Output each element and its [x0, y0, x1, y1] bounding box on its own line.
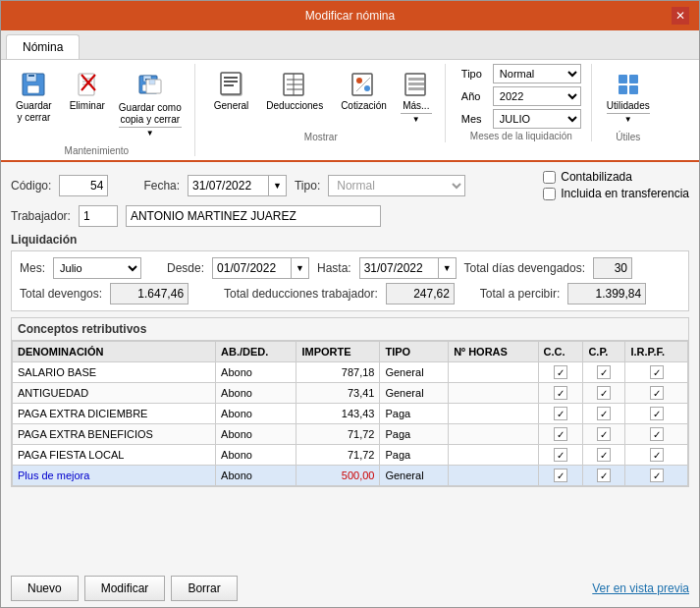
desde-input[interactable]	[212, 257, 291, 279]
transferencia-checkbox[interactable]	[543, 188, 556, 200]
checkbox-cell: ✓	[554, 427, 567, 441]
cell-importe: 500,00	[296, 466, 380, 486]
svg-rect-39	[619, 85, 627, 94]
cell-importe: 73,41	[296, 383, 380, 404]
utiles-group-label: Útiles	[616, 132, 640, 142]
col-ab-ded: AB./DED.	[216, 342, 296, 362]
borrar-button[interactable]: Borrar	[171, 576, 237, 601]
table-row[interactable]: PAGA EXTRA BENEFICIOS Abono 71,72 Paga ✓…	[13, 424, 688, 445]
fecha-label: Fecha:	[143, 179, 180, 193]
svg-point-31	[364, 85, 370, 91]
svg-rect-20	[221, 73, 241, 94]
liquidacion-section: Mes: Julio Desde: ▼ Hasta: ▼ Total días …	[11, 250, 689, 311]
tipo-form-label: Tipo:	[295, 179, 320, 193]
conceptos-section: Conceptos retributivos DENOMINACIÓN AB./…	[11, 317, 689, 487]
svg-rect-34	[408, 78, 424, 81]
ribbon: Guardary cerrar Eliminar	[1, 60, 699, 162]
guardar-copia-button[interactable]: Guardar comocopia y cerrar ▼	[116, 64, 185, 142]
cell-irpf: ✓	[625, 424, 688, 445]
eliminar-button[interactable]: Eliminar	[63, 64, 112, 142]
tipo-form-select[interactable]: Normal	[328, 175, 465, 196]
mas-button[interactable]: Más... ▼	[398, 64, 435, 129]
cell-ab-ded: Abono	[216, 424, 296, 445]
tipo-select[interactable]: Normal	[493, 64, 581, 83]
cell-importe: 787,18	[296, 362, 380, 383]
nuevo-button[interactable]: Nuevo	[11, 576, 79, 601]
checkbox-cell: ✓	[597, 407, 611, 420]
trabajador-name-input[interactable]	[126, 205, 381, 227]
deducciones-button[interactable]: Deducciones	[259, 64, 330, 129]
total-percibir-input[interactable]	[567, 283, 646, 304]
mes-liq-select[interactable]: Julio	[53, 257, 141, 279]
content-area: Código: Fecha: ▼ Tipo: Normal Contabiliz…	[1, 162, 699, 568]
total-deducciones-input[interactable]	[386, 283, 455, 304]
table-row[interactable]: SALARIO BASE Abono 787,18 General ✓ ✓ ✓	[13, 362, 688, 383]
cell-importe: 143,43	[296, 404, 380, 424]
window-title: Modificar nómina	[28, 9, 672, 23]
table-row[interactable]: Plus de mejora Abono 500,00 General ✓ ✓ …	[13, 466, 688, 486]
table-row[interactable]: PAGA EXTRA DICIEMBRE Abono 143,43 Paga ✓…	[13, 404, 688, 424]
col-denominacion: DENOMINACIÓN	[13, 342, 216, 362]
cell-ab-ded: Abono	[216, 445, 296, 466]
checkbox-cell: ✓	[554, 386, 567, 400]
checkbox-cell: ✓	[597, 365, 611, 379]
mes-select[interactable]: JULIO	[493, 109, 581, 129]
checkbox-cell: ✓	[554, 407, 567, 420]
svg-rect-37	[619, 75, 627, 83]
cotizacion-button[interactable]: Cotización	[334, 64, 394, 129]
mas-label: Más...	[403, 100, 429, 112]
hasta-input[interactable]	[359, 257, 438, 279]
liq-row-2: Total devengos: Total deducciones trabaj…	[20, 283, 680, 304]
cell-cp: ✓	[583, 383, 625, 404]
cell-cp: ✓	[583, 466, 625, 486]
general-button[interactable]: General	[207, 64, 256, 129]
svg-rect-22	[224, 81, 238, 83]
cell-denominacion: SALARIO BASE	[13, 362, 216, 383]
checkbox-cell: ✓	[597, 427, 611, 441]
fecha-dropdown-btn[interactable]: ▼	[268, 175, 287, 196]
tipo-row: Tipo Normal	[461, 64, 581, 83]
guardar-copia-dropdown[interactable]: ▼	[119, 127, 182, 138]
checkbox-cell: ✓	[650, 365, 664, 379]
view-preview-link[interactable]: Ver en vista previa	[592, 581, 689, 595]
title-bar: Modificar nómina ✕	[1, 1, 699, 30]
guardar-button[interactable]: Guardary cerrar	[9, 64, 59, 142]
ribbon-group-mantenimiento: Guardary cerrar Eliminar	[9, 64, 195, 156]
deducciones-icon	[279, 69, 310, 100]
total-devengos-input[interactable]	[110, 283, 188, 304]
hasta-label: Hasta:	[317, 261, 351, 275]
desde-dropdown-btn[interactable]: ▼	[291, 257, 309, 279]
svg-rect-40	[629, 85, 638, 94]
col-tipo: TIPO	[380, 342, 449, 362]
ribbon-group-mostrar: General Deducciones	[207, 64, 446, 142]
fecha-input[interactable]	[188, 175, 268, 196]
modificar-button[interactable]: Modificar	[84, 576, 166, 601]
table-row[interactable]: ANTIGUEDAD Abono 73,41 General ✓ ✓ ✓	[13, 383, 688, 404]
cell-ab-ded: Abono	[216, 404, 296, 424]
mantenimiento-group-label: Mantenimiento	[65, 145, 130, 156]
utilidades-dropdown[interactable]: ▼	[607, 113, 650, 124]
mas-dropdown[interactable]: ▼	[401, 113, 432, 124]
table-row[interactable]: PAGA FIESTA LOCAL Abono 71,72 Paga ✓ ✓ ✓	[13, 445, 688, 466]
cell-irpf: ✓	[625, 362, 688, 383]
anio-select[interactable]: 2022	[493, 86, 581, 106]
total-dias-input[interactable]	[593, 257, 632, 279]
cell-cc: ✓	[538, 424, 583, 445]
checkbox-cell: ✓	[597, 386, 611, 400]
meses-fields: Tipo Normal Año 2022 Mes JULIO	[461, 64, 581, 129]
mes-label: Mes	[461, 113, 489, 125]
codigo-input[interactable]	[59, 175, 108, 196]
tab-nomina[interactable]: Nómina	[6, 34, 80, 59]
fecha-field: ▼	[188, 175, 287, 196]
cell-denominacion: PAGA EXTRA DICIEMBRE	[13, 404, 216, 424]
utilidades-button[interactable]: Utilidades ▼	[604, 64, 653, 129]
total-deducciones-label: Total deducciones trabajador:	[224, 287, 378, 301]
transferencia-item: Incluida en transferencia	[543, 187, 689, 200]
cell-denominacion: Plus de mejora	[13, 466, 216, 486]
cell-cc: ✓	[538, 404, 583, 424]
close-button[interactable]: ✕	[672, 7, 689, 25]
hasta-dropdown-btn[interactable]: ▼	[438, 257, 457, 279]
contabilizada-checkbox[interactable]	[543, 171, 556, 184]
trabajador-id-input[interactable]	[79, 205, 118, 227]
utilidades-label: Utilidades	[607, 100, 650, 112]
